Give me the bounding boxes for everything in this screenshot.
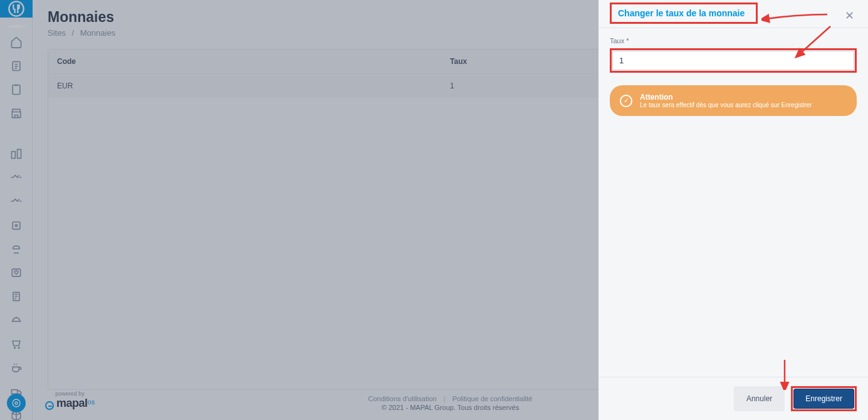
save-button[interactable]: Enregistrer [793,389,854,409]
panel-title-highlight: Changer le taux de la monnaie [610,3,758,24]
rate-input[interactable] [612,51,854,70]
check-circle-icon: ✓ [620,95,632,107]
cancel-button[interactable]: Annuler [734,386,785,411]
rate-panel: Changer le taux de la monnaie ✕ Taux * ✓… [599,0,868,420]
save-button-highlight: Enregistrer [791,386,857,411]
close-icon[interactable]: ✕ [845,3,857,23]
alert-title: Attention [640,93,812,102]
warning-alert: ✓ Attention Le taux sera effectif dès qu… [610,85,857,116]
rate-input-highlight [610,48,857,73]
rate-field-label: Taux * [610,37,857,45]
panel-title: Changer le taux de la monnaie [618,8,745,18]
alert-message: Le taux sera effectif dès que vous aurez… [640,102,812,108]
